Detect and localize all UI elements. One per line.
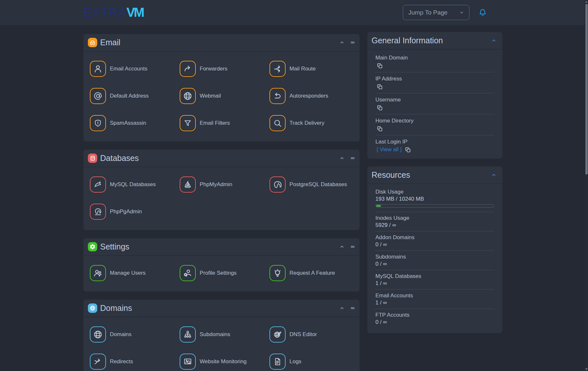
drag-handle-icon[interactable]: [350, 244, 355, 249]
copy-icon[interactable]: [377, 63, 383, 69]
feature-dns-editor[interactable]: DNS Editor: [269, 321, 353, 348]
document-icon: [269, 354, 286, 370]
collapse-chevron-icon[interactable]: [492, 38, 496, 43]
feature-website-monitoring[interactable]: Website Monitoring: [180, 348, 269, 371]
gear-icon: [88, 242, 97, 251]
resource-value: 193 MB / 10240 MB: [375, 196, 494, 202]
sailboat-icon: [180, 176, 196, 193]
feature-label: SpamAssassin: [110, 120, 146, 126]
route-icon: [269, 61, 286, 77]
feature-mysql-databases[interactable]: MySQL Databases: [90, 171, 180, 198]
logo-extra: EXTRA: [83, 5, 126, 19]
sidebar: General Information Main DomainIP Addres…: [367, 32, 502, 341]
lightbulb-icon: [269, 265, 286, 281]
collapse-chevron-icon[interactable]: [340, 40, 344, 45]
globe-icon: [90, 326, 106, 343]
jump-to-page-label: Jump To Page: [408, 9, 447, 16]
resource-value: 0 / ∞: [375, 241, 494, 248]
at-sign-icon: [90, 88, 106, 104]
feature-label: Mail Route: [289, 66, 316, 72]
resource-inodes-usage: Inodes Usage5929 / ∞: [375, 212, 494, 231]
info-ip-address: IP Address: [375, 72, 494, 93]
feature-label: DNS Editor: [289, 331, 317, 338]
sitemap-icon: [180, 326, 196, 343]
collapse-chevron-icon[interactable]: [340, 306, 344, 310]
feature-profile-settings[interactable]: Profile Settings: [180, 260, 269, 287]
feature-mail-route[interactable]: Mail Route: [269, 55, 353, 82]
top-header: EXTRAVM Jump To Page: [0, 0, 588, 25]
feature-track-delivery[interactable]: Track Delivery: [269, 110, 353, 137]
feature-label: Track Delivery: [289, 120, 324, 126]
info-main-domain: Main Domain: [375, 51, 494, 72]
feature-label: Profile Settings: [200, 270, 236, 276]
feature-domains[interactable]: Domains: [90, 321, 180, 348]
copy-icon[interactable]: [377, 84, 383, 90]
card-title: Email: [100, 38, 121, 47]
feature-autoresponders[interactable]: Autoresponders: [269, 82, 353, 110]
feature-subdomains[interactable]: Subdomains: [180, 321, 269, 348]
monitor-search-icon: [180, 354, 196, 370]
copy-icon[interactable]: [377, 105, 383, 111]
collapse-chevron-icon[interactable]: [340, 156, 344, 160]
funnel-icon: [180, 115, 196, 131]
drag-handle-icon[interactable]: [350, 306, 355, 311]
resource-label: Email Accounts: [375, 292, 494, 299]
copy-icon[interactable]: [377, 126, 383, 132]
resource-value: 5929 / ∞: [375, 222, 494, 228]
feature-email-filters[interactable]: Email Filters: [180, 110, 269, 137]
user-icon: [90, 61, 106, 77]
extravm-logo[interactable]: EXTRAVM: [83, 5, 143, 20]
globe-icon: [180, 88, 196, 104]
scrollbar-thumb[interactable]: [585, 4, 588, 175]
magnifier-icon: [269, 115, 286, 131]
collapse-chevron-icon[interactable]: [492, 173, 496, 177]
resource-email-accounts: Email Accounts1 / ∞: [375, 290, 494, 309]
jump-to-page-select[interactable]: Jump To Page: [403, 5, 469, 20]
disk-usage-progressbar: [375, 204, 494, 207]
feature-phpmyadmin[interactable]: PhpMyAdmin: [180, 171, 269, 198]
resource-label: Subdomains: [375, 254, 494, 260]
feature-request-a-feature[interactable]: Request A Feature: [269, 260, 353, 287]
feature-label: Request A Feature: [289, 270, 335, 276]
drag-handle-icon[interactable]: [350, 40, 355, 45]
feature-default-address[interactable]: Default Address: [90, 82, 180, 110]
scroll-up-arrow[interactable]: [585, 1, 588, 3]
feature-manage-users[interactable]: Manage Users: [90, 260, 180, 287]
feature-label: Autoresponders: [289, 93, 328, 99]
main-column: EmailEmail AccountsForwardersMail RouteD…: [83, 34, 360, 371]
feature-postgresql-databases[interactable]: PostgreSQL Databases: [269, 171, 353, 198]
feature-label: Email Filters: [200, 120, 230, 126]
notifications-bell-icon[interactable]: [478, 8, 487, 17]
feature-spamassassin[interactable]: SpamAssassin: [90, 110, 180, 137]
card-title: Settings: [100, 242, 129, 251]
feature-label: Default Address: [110, 93, 149, 99]
envelope-icon: [88, 38, 97, 47]
users-icon: [90, 265, 106, 281]
feature-phppgadmin[interactable]: PhpPgAdmin: [90, 198, 180, 225]
resource-value: 0 / ∞: [375, 319, 494, 325]
card-title: Domains: [100, 303, 132, 313]
copy-icon[interactable]: [405, 147, 411, 153]
feature-forwarders[interactable]: Forwarders: [180, 55, 269, 82]
view-all-link[interactable]: [ View all ]: [377, 146, 402, 153]
resource-ftp-accounts: FTP Accounts0 / ∞: [375, 309, 494, 333]
vertical-scrollbar[interactable]: [585, 0, 588, 371]
card-header-email: Email: [83, 34, 360, 51]
redirect-icon: [90, 354, 106, 370]
info-label: Main Domain: [375, 55, 494, 61]
general-information-title: General Information: [372, 36, 443, 45]
feature-redirects[interactable]: Redirects: [90, 348, 180, 371]
feature-webmail[interactable]: Webmail: [180, 82, 269, 110]
card-title: Databases: [100, 154, 139, 163]
feature-label: PostgreSQL Databases: [289, 181, 347, 188]
feature-email-accounts[interactable]: Email Accounts: [90, 55, 180, 82]
drag-handle-icon[interactable]: [350, 156, 355, 161]
info-label: Last Login IP: [375, 139, 494, 145]
feature-label: Email Accounts: [110, 66, 147, 72]
card-header-settings: Settings: [83, 238, 360, 256]
resource-label: Inodes Usage: [375, 215, 494, 221]
collapse-chevron-icon[interactable]: [340, 245, 344, 249]
resource-label: MySQL Databases: [375, 273, 494, 280]
scroll-down-arrow[interactable]: [585, 368, 588, 370]
feature-logs[interactable]: Logs: [269, 348, 353, 371]
